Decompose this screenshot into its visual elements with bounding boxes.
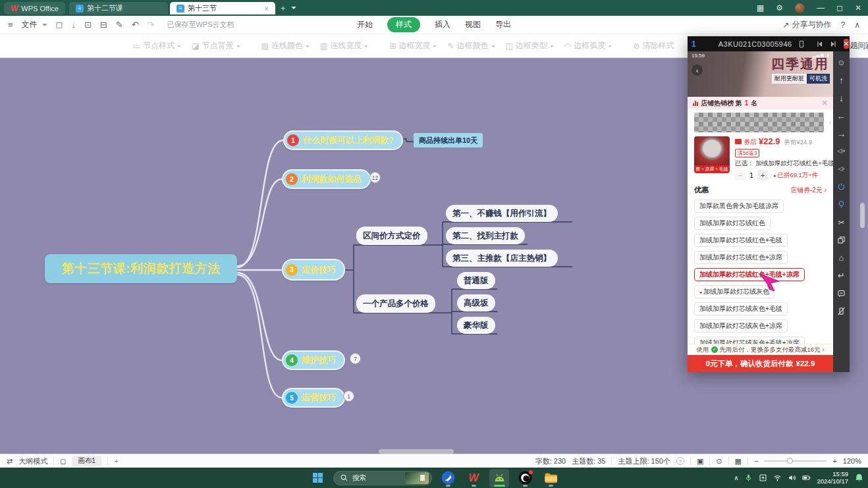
- sku-option[interactable]: 加绒加厚款灯芯绒灰色+凉席: [694, 319, 788, 333]
- rotation-lock-icon[interactable]: [837, 307, 846, 315]
- back-chevron-icon[interactable]: ‹: [692, 65, 703, 76]
- help-button[interactable]: ?: [841, 20, 846, 30]
- save-icon[interactable]: ↓: [71, 20, 76, 30]
- menu-style-active[interactable]: 样式: [387, 17, 420, 32]
- arrow-right-icon[interactable]: →: [837, 129, 846, 138]
- redo-icon[interactable]: ↷: [148, 20, 155, 30]
- screenshot-icon[interactable]: ✂: [838, 218, 844, 227]
- ribbon-border-color[interactable]: ✎边框颜色: [447, 40, 495, 51]
- taskbar-search[interactable]: 搜索: [333, 471, 432, 485]
- prev-device-icon[interactable]: [816, 40, 824, 48]
- zoom-out-button[interactable]: −: [754, 457, 758, 465]
- horizontal-scrollbar[interactable]: [379, 449, 454, 454]
- wifi-icon[interactable]: [773, 474, 782, 482]
- pricing-group-1[interactable]: 区间价方式定价: [356, 227, 427, 245]
- help-circle-icon[interactable]: ?: [676, 457, 684, 465]
- new-tab-button[interactable]: +: [281, 3, 286, 13]
- multi-window-icon[interactable]: [837, 236, 846, 244]
- tab-doc-2-active[interactable]: ≡ 第十三节 ×: [170, 2, 275, 14]
- ribbon-border-width[interactable]: ⊞边框宽度: [389, 40, 437, 51]
- root-topic[interactable]: 第十三节课:利润款打造方法: [45, 254, 237, 283]
- arrow-left-icon[interactable]: ←: [837, 111, 846, 120]
- close-button[interactable]: ✕: [855, 3, 861, 13]
- sku-option[interactable]: 加绒加厚款灯芯绒灰色+毛毯: [694, 302, 788, 315]
- format-pen-icon[interactable]: ✎: [116, 20, 123, 30]
- ribbon-line-width[interactable]: ▥连线宽度: [320, 40, 368, 51]
- sku-option[interactable]: 加绒加厚款灯芯绒红色: [694, 217, 771, 230]
- share-button[interactable]: 分享与协作: [792, 19, 832, 30]
- quantity-plus-button[interactable]: +: [757, 170, 768, 180]
- branch-2[interactable]: 2 利润款如何选品: [282, 169, 371, 189]
- sku-option[interactable]: 加绒加厚款灯芯绒红色+凉席: [694, 251, 788, 264]
- power-icon[interactable]: [837, 182, 846, 191]
- volume-up-icon[interactable]: ◁»: [838, 147, 846, 155]
- message-icon[interactable]: [837, 289, 846, 298]
- menu-insert[interactable]: 插入: [435, 19, 450, 30]
- assistant-icon[interactable]: ☺: [837, 58, 845, 67]
- product-hero-media[interactable]: 15:59 ▂▄▆ ▮ ‹ 四季通用 耐用更耐脏 可机洗: [688, 51, 833, 97]
- app-wps[interactable]: W: [464, 469, 483, 487]
- arrow-up-icon[interactable]: ↑: [839, 76, 844, 84]
- sku-option-selected[interactable]: 加绒加厚款灯芯绒红色+毛毯+凉席: [694, 268, 805, 281]
- tab-list-chevron-icon[interactable]: [291, 7, 296, 12]
- pricing-group-2[interactable]: 一个产品多个价格: [356, 294, 435, 313]
- home-icon[interactable]: ⌂: [839, 254, 844, 262]
- locate-center-icon[interactable]: ⊙: [716, 457, 722, 466]
- next-device-icon[interactable]: [829, 40, 837, 48]
- zoom-level[interactable]: 120%: [843, 457, 861, 465]
- sku-option[interactable]: 加厚款黑色骨头加毛毯凉席: [694, 200, 784, 213]
- add-canvas-button[interactable]: +: [114, 457, 118, 465]
- quantity-minus-button[interactable]: −: [735, 170, 746, 180]
- buy-button[interactable]: 0元下单，确认收货后付款 ¥22.9: [688, 355, 833, 372]
- tray-chevron-icon[interactable]: ∧: [734, 474, 738, 481]
- close-phone-window-button[interactable]: ✕: [844, 39, 849, 49]
- maximize-button[interactable]: ◻: [836, 3, 843, 13]
- start-button[interactable]: [308, 469, 327, 487]
- product-thumbnail[interactable]: 窝＋凉席＋毛毯: [694, 136, 730, 180]
- pricing-g2-child-1[interactable]: 普通版: [457, 272, 495, 289]
- zoom-slider[interactable]: [764, 460, 827, 462]
- close-tab-icon[interactable]: ×: [265, 5, 269, 13]
- canvas-tab[interactable]: 画布1: [72, 456, 101, 466]
- ribbon-line-color[interactable]: ▤连线颜色: [261, 40, 310, 51]
- back-icon[interactable]: ↵: [838, 271, 845, 280]
- hamburger-icon[interactable]: ≡: [8, 20, 13, 30]
- branch-5-collapsed-badge[interactable]: 1: [343, 391, 354, 402]
- branch-1[interactable]: 1 什么时候可以上利润款?: [283, 130, 403, 150]
- pricing-g1-child-3[interactable]: 第三、主推款【店主热销】: [446, 250, 558, 267]
- settings-icon[interactable]: ⚙: [776, 3, 783, 13]
- ribbon-node-style[interactable]: ▭节点样式: [133, 40, 181, 51]
- branch-4-collapsed-badge[interactable]: 7: [350, 353, 361, 364]
- chevron-right-icon[interactable]: ›: [829, 119, 831, 126]
- app-video-blue[interactable]: [438, 469, 458, 487]
- vertical-scrollbar[interactable]: [860, 203, 865, 228]
- app-android-mirror-active[interactable]: [489, 469, 509, 487]
- menu-export[interactable]: 导出: [495, 19, 511, 30]
- branch-5[interactable]: 5 运营技巧: [282, 388, 345, 408]
- speaker-icon[interactable]: [788, 474, 796, 482]
- tab-wps-home[interactable]: W WPS Office: [4, 2, 65, 14]
- collapse-ribbon-icon[interactable]: ∧: [854, 20, 860, 30]
- pay-later-row[interactable]: 使用 ✓ 先用后付，更换多多支付最高减16元 ›: [688, 344, 833, 355]
- shop-rank-banner[interactable]: 店铺热销榜 第 1 名 ✕: [688, 97, 833, 109]
- ribbon-border-radius[interactable]: ◠边框弧度: [564, 40, 612, 51]
- branch-1-child[interactable]: 商品持续出单10天: [414, 133, 483, 148]
- microphone-icon[interactable]: [744, 474, 753, 482]
- zoom-slider-knob[interactable]: [787, 458, 793, 464]
- ribbon-border-type[interactable]: ◫边框类型: [506, 40, 554, 51]
- flashlight-icon[interactable]: [837, 200, 846, 209]
- pricing-g2-child-3[interactable]: 豪华版: [457, 317, 495, 334]
- cast-icon[interactable]: [759, 474, 767, 482]
- outline-mode-button[interactable]: 大纲模式: [18, 456, 47, 466]
- zoom-in-button[interactable]: +: [832, 457, 836, 465]
- branch-4[interactable]: 4 维护技巧: [282, 350, 345, 370]
- branch-3[interactable]: 3 定价技巧: [282, 259, 345, 281]
- pricing-g1-child-1[interactable]: 第一、不赚钱【用作引流】: [446, 205, 558, 222]
- app-obs[interactable]: [515, 469, 535, 487]
- export-icon[interactable]: ⊡: [84, 20, 92, 30]
- minimap-icon[interactable]: ▦: [735, 457, 742, 466]
- print-icon[interactable]: ⊟: [100, 20, 107, 30]
- shop-coupon-link[interactable]: 店铺券-2元 ›: [790, 186, 827, 195]
- sku-option[interactable]: 加绒加厚款灯芯绒红色+毛毯: [694, 234, 788, 247]
- open-icon[interactable]: ◻: [56, 20, 63, 30]
